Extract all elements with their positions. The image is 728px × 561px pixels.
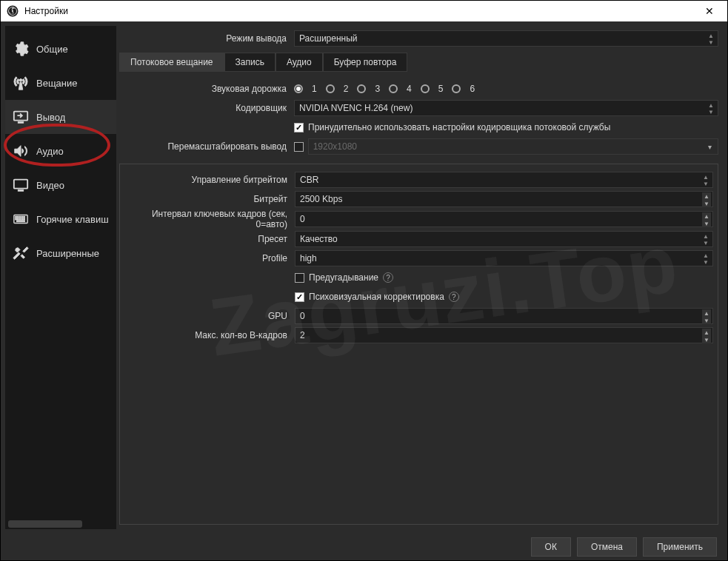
track-radio-3[interactable] bbox=[357, 84, 366, 93]
track-radio-6[interactable] bbox=[452, 84, 461, 93]
rescale-value: 1920x1080 bbox=[313, 141, 357, 152]
spinner-buttons[interactable]: ▲▼ bbox=[702, 329, 711, 343]
svg-rect-9 bbox=[19, 216, 21, 218]
gpu-label: GPU bbox=[120, 311, 295, 321]
rate-control-label: Управление битрейтом bbox=[120, 175, 295, 185]
encoder-settings-group: Управление битрейтом CBR▲▼ Битрейт 2500 … bbox=[119, 164, 718, 525]
rescale-checkbox[interactable] bbox=[294, 142, 304, 152]
sidebar-item-video[interactable]: Видео bbox=[5, 168, 116, 202]
sidebar-item-label: Вывод bbox=[36, 112, 65, 123]
tab-recording[interactable]: Запись bbox=[224, 53, 275, 72]
track-radio-4[interactable] bbox=[389, 84, 398, 93]
rescale-label: Перемасштабировать вывод bbox=[119, 141, 294, 152]
encoder-select[interactable]: NVIDIA NVENC H.264 (new) ▲▼ bbox=[294, 100, 718, 116]
settings-sidebar: Общие Вещание Вывод Аудио Видео Горячие bbox=[5, 26, 116, 529]
sidebar-item-output[interactable]: Вывод bbox=[5, 100, 116, 134]
sidebar-item-general[interactable]: Общие bbox=[5, 32, 116, 66]
output-mode-label: Режим вывода bbox=[119, 33, 294, 44]
cancel-button[interactable]: Отмена bbox=[577, 537, 637, 557]
sidebar-item-label: Общие bbox=[36, 44, 68, 55]
sidebar-item-advanced[interactable]: Расширенные bbox=[5, 236, 116, 270]
svg-rect-13 bbox=[17, 218, 19, 220]
bitrate-input[interactable]: 2500 Kbps▲▼ bbox=[295, 191, 713, 207]
bitrate-label: Битрейт bbox=[120, 194, 295, 204]
rate-control-select[interactable]: CBR▲▼ bbox=[295, 172, 713, 188]
enforce-encoder-checkbox[interactable] bbox=[294, 123, 304, 132]
track-num: 3 bbox=[375, 84, 380, 94]
output-mode-value: Расширенный bbox=[299, 33, 358, 44]
profile-value: high bbox=[300, 253, 317, 263]
svg-rect-4 bbox=[14, 180, 27, 189]
encoder-label: Кодировщик bbox=[119, 103, 294, 113]
ok-button[interactable]: ОК bbox=[531, 537, 571, 557]
tab-streaming[interactable]: Потоковое вещание bbox=[119, 53, 224, 72]
spinner-buttons[interactable]: ▲▼ bbox=[702, 212, 711, 227]
svg-rect-17 bbox=[17, 221, 25, 222]
sidebar-horizontal-scrollbar[interactable] bbox=[5, 519, 116, 529]
gpu-value: 0 bbox=[300, 311, 305, 321]
updown-icon: ▲▼ bbox=[702, 233, 709, 246]
output-mode-select[interactable]: Расширенный ▲▼ bbox=[294, 30, 718, 47]
svg-rect-12 bbox=[16, 218, 17, 220]
bframes-label: Макс. кол-во B-кадров bbox=[120, 330, 295, 340]
profile-label: Profile bbox=[120, 253, 295, 263]
preset-select[interactable]: Качество▲▼ bbox=[295, 231, 713, 247]
enforce-encoder-label: Принудительно использовать настройки код… bbox=[308, 122, 610, 132]
svg-rect-7 bbox=[16, 216, 17, 218]
profile-select[interactable]: high▲▼ bbox=[295, 250, 713, 266]
close-button[interactable]: ✕ bbox=[698, 5, 721, 17]
gpu-input[interactable]: 0▲▼ bbox=[295, 308, 713, 324]
tab-audio[interactable]: Аудио bbox=[275, 53, 323, 72]
track-num: 5 bbox=[438, 84, 444, 94]
track-radio-1[interactable] bbox=[294, 84, 303, 93]
spinner-buttons[interactable]: ▲▼ bbox=[702, 309, 711, 324]
dialog-footer: ОК Отмена Применить bbox=[1, 534, 727, 560]
svg-rect-5 bbox=[18, 189, 23, 191]
lookahead-checkbox[interactable] bbox=[295, 273, 304, 283]
lookahead-label: Предугадывание bbox=[309, 272, 378, 283]
window-title: Настройки bbox=[24, 6, 698, 16]
updown-icon: ▲▼ bbox=[702, 174, 709, 187]
sidebar-item-hotkeys[interactable]: Горячие клавиш bbox=[5, 202, 116, 236]
obs-app-icon bbox=[7, 5, 19, 17]
svg-rect-14 bbox=[19, 218, 21, 220]
keyint-input[interactable]: 0▲▼ bbox=[295, 211, 713, 227]
svg-rect-11 bbox=[24, 216, 25, 218]
track-num: 1 bbox=[312, 84, 317, 94]
help-icon[interactable]: ? bbox=[383, 272, 393, 283]
spinner-buttons[interactable]: ▲▼ bbox=[702, 192, 711, 207]
speaker-icon bbox=[13, 143, 29, 159]
tools-icon bbox=[13, 245, 29, 261]
tab-label: Запись bbox=[236, 57, 264, 67]
psycho-label: Психовизуальная корректировка bbox=[309, 292, 444, 302]
encoder-value: NVIDIA NVENC H.264 (new) bbox=[299, 103, 413, 113]
keyint-value: 0 bbox=[300, 214, 305, 224]
output-tabs: Потоковое вещание Запись Аудио Буфер пов… bbox=[119, 53, 723, 72]
tab-label: Потоковое вещание bbox=[130, 57, 213, 67]
gear-icon bbox=[13, 41, 29, 57]
psycho-checkbox[interactable] bbox=[295, 292, 304, 302]
bitrate-value: 2500 Kbps bbox=[300, 194, 342, 204]
chevron-down-icon: ▾ bbox=[708, 143, 712, 151]
keyint-label: Интервал ключевых кадров (сек, 0=авто) bbox=[120, 209, 295, 229]
sidebar-item-stream[interactable]: Вещание bbox=[5, 66, 116, 100]
apply-button[interactable]: Применить bbox=[643, 537, 717, 557]
sidebar-item-label: Расширенные bbox=[36, 248, 99, 259]
bframes-input[interactable]: 2▲▼ bbox=[295, 327, 713, 343]
rescale-select: 1920x1080 ▾ bbox=[308, 138, 718, 155]
updown-icon: ▲▼ bbox=[707, 102, 715, 115]
sidebar-item-label: Видео bbox=[36, 180, 64, 191]
updown-icon: ▲▼ bbox=[707, 33, 715, 46]
bframes-value: 2 bbox=[300, 330, 305, 340]
output-icon bbox=[13, 109, 29, 125]
help-icon[interactable]: ? bbox=[449, 292, 459, 302]
sidebar-item-audio[interactable]: Аудио bbox=[5, 134, 116, 168]
track-radio-5[interactable] bbox=[421, 84, 430, 93]
main-panel: Zagruzi.Top Режим вывода Расширенный ▲▼ … bbox=[119, 26, 723, 529]
tab-replay-buffer[interactable]: Буфер повтора bbox=[323, 53, 408, 72]
sidebar-item-label: Вещание bbox=[36, 78, 78, 89]
sidebar-item-label: Горячие клавиш bbox=[36, 214, 109, 225]
audio-track-label: Звуковая дорожка bbox=[119, 84, 294, 94]
track-radio-2[interactable] bbox=[326, 84, 335, 93]
svg-rect-15 bbox=[21, 218, 23, 220]
